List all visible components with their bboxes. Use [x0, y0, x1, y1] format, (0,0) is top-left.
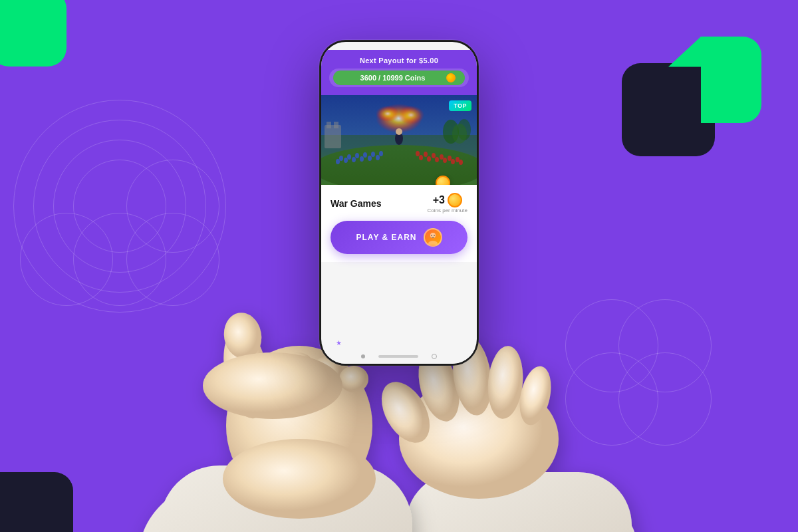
svg-point-21 — [424, 152, 428, 157]
coin-icon-small — [446, 73, 456, 82]
coins-bar-fill: 3600 / 10999 Coins — [333, 70, 465, 85]
game-title: War Games — [331, 198, 382, 209]
svg-point-18 — [368, 156, 372, 161]
top-badge: TOP — [449, 100, 471, 111]
coins-per-min-label: Coins per minute — [428, 207, 467, 214]
svg-point-14 — [336, 159, 340, 164]
svg-point-30 — [451, 159, 455, 164]
deco-top-left-green — [0, 0, 66, 66]
phone-bottom-bar — [321, 349, 477, 364]
phone-mockup: Next Payout for $5.00 3600 / 10999 Coins — [319, 40, 479, 366]
svg-point-25 — [456, 157, 460, 162]
svg-point-12 — [371, 152, 375, 157]
app-header: Next Payout for $5.00 3600 / 10999 Coins — [321, 50, 477, 95]
coins-right-group: +3 Coins per minute — [428, 193, 467, 214]
svg-point-31 — [459, 160, 463, 165]
home-dot — [432, 354, 437, 359]
svg-point-40 — [428, 241, 438, 245]
svg-point-29 — [443, 158, 447, 163]
svg-point-5 — [398, 106, 424, 124]
svg-point-24 — [448, 156, 452, 161]
svg-rect-33 — [327, 122, 331, 128]
svg-point-16 — [352, 157, 356, 162]
svg-point-23 — [440, 154, 444, 160]
app-white-area: War Games +3 Coins per minute PLAY & EAR… — [321, 185, 477, 262]
payout-label: Next Payout for $5.00 — [329, 57, 469, 65]
deco-bottom-left-black — [0, 472, 73, 532]
svg-point-19 — [376, 155, 380, 160]
svg-point-22 — [432, 153, 436, 158]
svg-point-27 — [427, 156, 431, 162]
play-button-avatar — [424, 228, 442, 247]
play-button-label: PLAY & EARN — [356, 233, 416, 242]
svg-rect-32 — [325, 125, 341, 148]
svg-point-9 — [347, 154, 351, 160]
phone-container: Next Payout for $5.00 3600 / 10999 Coins — [319, 40, 479, 366]
game-image-area: TOP — [321, 95, 477, 185]
svg-point-26 — [419, 155, 423, 160]
svg-point-42 — [434, 235, 435, 236]
game-info-row: War Games +3 Coins per minute — [331, 193, 467, 214]
svg-point-10 — [355, 153, 359, 158]
deco-top-right — [622, 37, 761, 163]
svg-rect-34 — [334, 122, 338, 128]
svg-point-20 — [416, 151, 420, 156]
svg-point-15 — [344, 158, 348, 163]
avatar-icon — [426, 230, 440, 245]
phone-star-icon: ★ — [336, 339, 342, 346]
svg-point-11 — [363, 152, 367, 158]
coins-earn-group: +3 — [433, 193, 462, 207]
play-earn-button[interactable]: PLAY & EARN — [331, 221, 467, 254]
svg-point-8 — [339, 156, 343, 161]
home-indicator — [378, 355, 418, 358]
deco-circles-right — [565, 299, 732, 466]
svg-point-7 — [396, 128, 402, 135]
deco-circles-left — [13, 100, 226, 313]
coins-per-min-value: +3 — [433, 194, 445, 206]
svg-point-13 — [379, 151, 383, 156]
coins-bar-container: 3600 / 10999 Coins — [329, 68, 469, 87]
svg-point-37 — [452, 124, 467, 144]
coins-progress-text: 3600 / 10999 Coins — [342, 74, 443, 82]
app-content: Next Payout for $5.00 3600 / 10999 Coins — [321, 50, 477, 349]
coin-icon-medium — [448, 193, 462, 207]
phone-screen: Next Payout for $5.00 3600 / 10999 Coins — [321, 42, 477, 364]
svg-point-41 — [431, 235, 432, 236]
svg-point-4 — [376, 106, 400, 122]
svg-point-28 — [435, 157, 439, 162]
nav-back-dot — [361, 354, 365, 358]
svg-point-17 — [360, 156, 364, 162]
